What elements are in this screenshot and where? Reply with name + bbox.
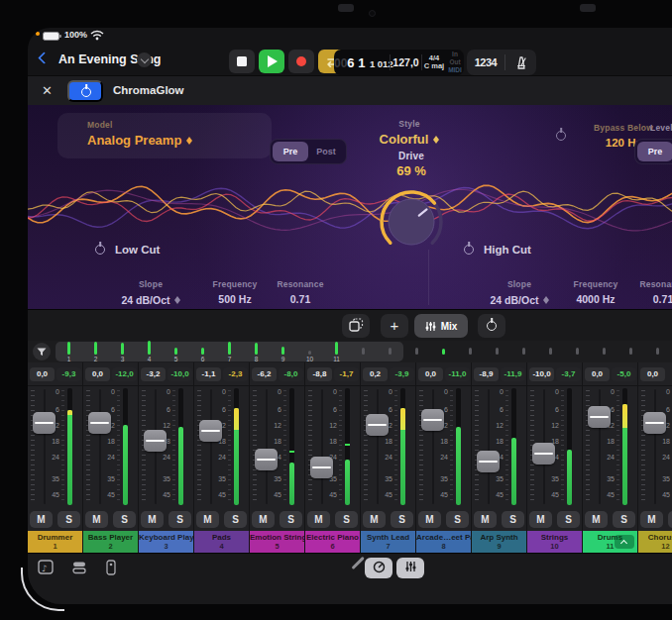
add-track-button[interactable]: +	[381, 314, 408, 338]
controls-view-button[interactable]	[365, 558, 392, 578]
stop-button[interactable]	[229, 50, 255, 73]
volume-value[interactable]: 0,0	[640, 367, 665, 381]
close-icon[interactable]: ✕	[42, 83, 53, 98]
solo-button[interactable]: S	[335, 511, 358, 528]
solo-button[interactable]: S	[446, 511, 469, 528]
mix-view-button[interactable]: Mix	[414, 314, 468, 338]
volume-value[interactable]: 0,0	[85, 367, 110, 381]
track-name-cell[interactable]: Arp Synth 9	[472, 531, 526, 553]
fader-handle[interactable]	[421, 409, 444, 431]
solo-button[interactable]: S	[668, 511, 672, 528]
lcd-display[interactable]: 006 1 1 012 127,0 4/4C maj In Out MIDI	[334, 50, 464, 75]
mute-button[interactable]: M	[418, 511, 441, 528]
mute-button[interactable]: M	[585, 511, 608, 528]
solo-button[interactable]: S	[613, 511, 635, 528]
track-name-cell[interactable]: Arcade…eet Pad 8	[416, 531, 471, 553]
song-menu-button[interactable]	[137, 52, 152, 67]
track-name-cell[interactable]: Chorus V 12	[638, 531, 672, 553]
track-name-cell[interactable]: Emotion Strings 5	[250, 531, 304, 553]
fader-handle[interactable]	[199, 420, 222, 442]
mute-button[interactable]: M	[529, 511, 552, 528]
fader-handle[interactable]	[643, 412, 666, 434]
fader-handle[interactable]	[255, 449, 278, 470]
volume-value[interactable]: -1,1	[196, 367, 221, 381]
volume-value[interactable]: 0,0	[30, 367, 55, 381]
high-cut-pre-post-toggle[interactable]: Pre Post	[634, 139, 672, 164]
metronome-icon[interactable]	[513, 55, 529, 70]
mute-button[interactable]: M	[141, 511, 164, 528]
fader-handle[interactable]	[88, 412, 111, 434]
high-cut-slope[interactable]: Slope 24 dB/Oct	[486, 279, 553, 307]
high-cut-power-icon[interactable]	[464, 245, 474, 255]
pre-segment[interactable]: Pre	[637, 142, 672, 161]
volume-value[interactable]: -8,8	[307, 367, 332, 381]
browser-icon[interactable]	[71, 560, 87, 579]
fader-handle[interactable]	[477, 451, 500, 472]
low-cut-frequency[interactable]: Frequency 500 Hz	[206, 279, 264, 305]
track-name-cell[interactable]: Electric Piano 6	[305, 531, 360, 553]
track-name-cell[interactable]: Strings 10	[527, 531, 582, 553]
style-selector[interactable]: Style Colorful	[355, 119, 464, 147]
duplicate-button[interactable]	[342, 314, 370, 338]
collapse-track-stack-button[interactable]	[615, 535, 634, 549]
volume-value[interactable]: -6,2	[252, 367, 277, 381]
fader-handle[interactable]	[144, 430, 167, 452]
drive-knob[interactable]	[372, 182, 451, 261]
mute-button[interactable]: M	[307, 511, 330, 528]
mute-button[interactable]: M	[30, 511, 53, 528]
plugin-power-button[interactable]	[67, 80, 103, 102]
solo-button[interactable]: S	[280, 511, 302, 528]
play-button[interactable]	[259, 50, 284, 73]
mute-button[interactable]: M	[363, 511, 386, 528]
pre-segment[interactable]: Pre	[273, 142, 308, 161]
volume-value[interactable]: 0,2	[363, 367, 388, 381]
mixer-power-button[interactable]	[478, 314, 505, 338]
volume-value[interactable]: -8,9	[474, 367, 499, 381]
track-name-cell[interactable]: Drums 11	[583, 531, 637, 553]
post-segment[interactable]: Post	[308, 142, 344, 161]
track-name: Bass Player	[83, 531, 138, 542]
fader-handle[interactable]	[366, 414, 389, 436]
solo-button[interactable]: S	[57, 511, 80, 528]
mute-button[interactable]: M	[252, 511, 275, 528]
high-cut-resonance[interactable]: Resonance 0.71	[634, 279, 672, 305]
plugin-chain-icon[interactable]	[105, 560, 117, 579]
scale-ticks	[31, 390, 35, 503]
fader-handle[interactable]	[532, 443, 555, 465]
volume-value[interactable]: -10,0	[529, 367, 554, 381]
mute-button[interactable]: M	[196, 511, 219, 528]
bypass-power-icon[interactable]	[556, 131, 566, 141]
track-name-cell[interactable]: Synth Lead 7	[361, 531, 415, 553]
count-in-button[interactable]: 1234	[467, 56, 504, 68]
volume-value[interactable]: -3,2	[141, 367, 166, 381]
track-name-cell[interactable]: Drummer 1	[28, 531, 82, 553]
solo-button[interactable]: S	[224, 511, 247, 528]
solo-button[interactable]: S	[502, 511, 524, 528]
low-cut-slope[interactable]: Slope 24 dB/Oct	[117, 279, 184, 307]
track-name-cell[interactable]: Bass Player 2	[83, 531, 138, 553]
solo-button[interactable]: S	[391, 511, 413, 528]
fader-handle[interactable]	[310, 457, 333, 478]
low-cut-power-icon[interactable]	[95, 245, 105, 255]
low-cut-pre-post-toggle[interactable]: Pre Post	[270, 139, 347, 164]
record-button[interactable]	[288, 50, 314, 73]
solo-button[interactable]: S	[557, 511, 580, 528]
fader-handle[interactable]	[588, 406, 611, 428]
track-name-cell[interactable]: Keyboard Player 3	[139, 531, 193, 553]
pencil-icon[interactable]	[351, 557, 364, 569]
volume-value[interactable]: 0,0	[418, 367, 443, 381]
filter-button[interactable]	[33, 343, 51, 361]
mute-button[interactable]: M	[474, 511, 497, 528]
volume-value[interactable]: 0,0	[585, 367, 610, 381]
mixer-view-button[interactable]	[396, 558, 424, 578]
mute-button[interactable]: M	[640, 511, 663, 528]
track-name-cell[interactable]: Pads 4	[194, 531, 249, 553]
low-cut-resonance[interactable]: Resonance 0.71	[272, 279, 329, 305]
solo-button[interactable]: S	[168, 511, 191, 528]
back-chevron-icon[interactable]	[38, 52, 51, 64]
high-cut-frequency[interactable]: Frequency 4000 Hz	[565, 279, 626, 305]
solo-button[interactable]: S	[113, 511, 136, 528]
model-selector[interactable]: Model Analog Preamp	[57, 113, 272, 158]
fader-handle[interactable]	[33, 412, 56, 434]
mute-button[interactable]: M	[85, 511, 108, 528]
